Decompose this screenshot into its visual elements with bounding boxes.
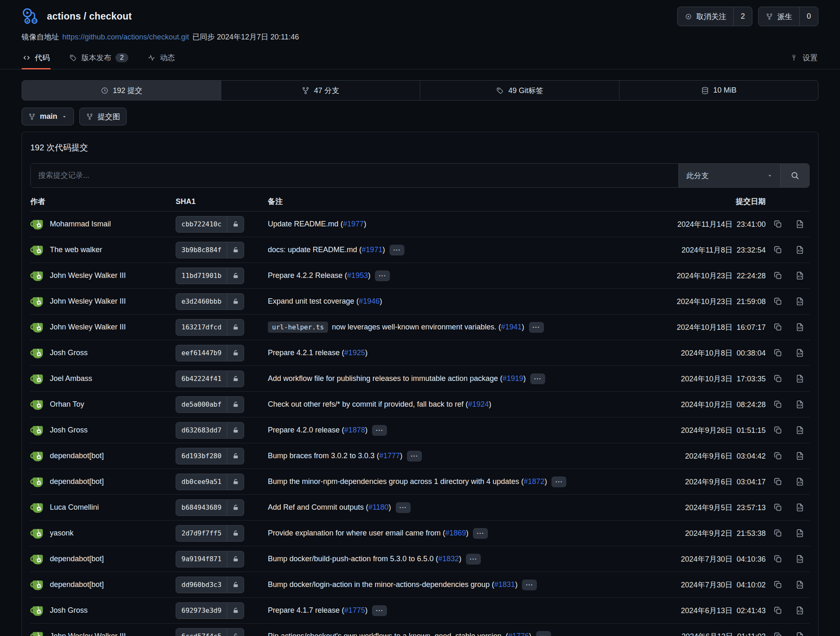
pr-link[interactable]: #1925 xyxy=(344,349,365,357)
avatar-teacup[interactable] xyxy=(30,243,44,257)
copy-sha-button[interactable] xyxy=(773,219,783,229)
ellipsis-button[interactable]: ··· xyxy=(522,580,537,590)
ellipsis-button[interactable]: ··· xyxy=(372,605,387,616)
avatar-teacup[interactable] xyxy=(30,578,44,592)
author-name[interactable]: dependabot[bot] xyxy=(50,452,104,460)
browse-source-button[interactable] xyxy=(795,271,805,280)
author-name[interactable]: dependabot[bot] xyxy=(50,555,104,563)
browse-source-button[interactable] xyxy=(795,606,805,615)
mirror-url-link[interactable]: https://github.com/actions/checkout.git xyxy=(62,33,189,42)
ellipsis-button[interactable]: ··· xyxy=(551,476,566,487)
avatar-teacup[interactable] xyxy=(30,552,44,566)
avatar-teacup[interactable] xyxy=(30,346,44,360)
pr-link[interactable]: #1777 xyxy=(379,452,400,460)
author-name[interactable]: dependabot[bot] xyxy=(50,580,104,589)
pr-link[interactable]: #1946 xyxy=(359,297,380,306)
author-name[interactable]: Mohammad Ismail xyxy=(50,220,111,228)
browse-source-button[interactable] xyxy=(795,477,805,486)
pr-link[interactable]: #1180 xyxy=(368,503,389,512)
sha-badge[interactable]: 6ccd57f4c5 xyxy=(176,628,244,636)
ellipsis-button[interactable]: ··· xyxy=(466,554,481,565)
avatar-teacup[interactable] xyxy=(30,501,44,515)
copy-sha-button[interactable] xyxy=(773,606,783,615)
stat-commits[interactable]: 192 提交 xyxy=(22,81,221,100)
avatar-teacup[interactable] xyxy=(30,269,44,283)
sha-badge[interactable]: db0cee9a51 xyxy=(176,474,244,490)
avatar-teacup[interactable] xyxy=(30,526,44,540)
sha-badge[interactable]: de5a000abf xyxy=(176,396,244,413)
stat-branches[interactable]: 47 分支 xyxy=(221,81,420,100)
pr-link[interactable]: #1953 xyxy=(347,271,368,280)
author-name[interactable]: dependabot[bot] xyxy=(50,477,104,486)
avatar-teacup[interactable] xyxy=(30,449,44,463)
pr-link[interactable]: #1971 xyxy=(362,246,382,254)
watch-count[interactable]: 2 xyxy=(733,7,752,26)
fork-count[interactable]: 0 xyxy=(799,7,818,26)
avatar-teacup[interactable] xyxy=(30,604,44,618)
ellipsis-button[interactable]: ··· xyxy=(389,245,404,255)
tab-releases[interactable]: 版本发布 2 xyxy=(68,48,129,69)
browse-source-button[interactable] xyxy=(795,451,805,461)
sha-badge[interactable]: b684943689 xyxy=(176,499,244,516)
sha-badge[interactable]: 9a9194f871 xyxy=(176,551,244,567)
pr-link[interactable]: #1831 xyxy=(494,580,515,589)
ellipsis-button[interactable]: ··· xyxy=(407,451,422,462)
stat-size[interactable]: 10 MiB xyxy=(619,81,818,100)
browse-source-button[interactable] xyxy=(795,554,805,564)
ellipsis-button[interactable]: ··· xyxy=(530,373,545,384)
browse-source-button[interactable] xyxy=(795,348,805,358)
browse-source-button[interactable] xyxy=(795,631,805,636)
sha-badge[interactable]: e3d2460bbb xyxy=(176,293,244,310)
browse-source-button[interactable] xyxy=(795,245,805,255)
pr-link[interactable]: #1775 xyxy=(344,606,365,615)
copy-sha-button[interactable] xyxy=(773,297,783,306)
author-name[interactable]: Josh Gross xyxy=(50,426,88,435)
sha-badge[interactable]: 6b42224f41 xyxy=(176,371,244,387)
branch-selector[interactable]: main xyxy=(22,108,74,125)
pr-link[interactable]: #1878 xyxy=(344,426,365,435)
search-button[interactable] xyxy=(780,164,809,187)
commit-graph-button[interactable]: 提交图 xyxy=(79,108,127,125)
author-name[interactable]: yasonk xyxy=(50,529,73,538)
sha-badge[interactable]: 6d193bf280 xyxy=(176,448,244,464)
author-name[interactable]: John Wesley Walker III xyxy=(50,271,126,280)
ellipsis-button[interactable]: ··· xyxy=(529,322,544,333)
browse-source-button[interactable] xyxy=(795,528,805,538)
copy-sha-button[interactable] xyxy=(773,374,783,383)
ellipsis-button[interactable]: ··· xyxy=(396,502,411,513)
ellipsis-button[interactable]: ··· xyxy=(536,631,551,636)
browse-source-button[interactable] xyxy=(795,400,805,409)
copy-sha-button[interactable] xyxy=(773,580,783,589)
copy-sha-button[interactable] xyxy=(773,348,783,358)
browse-source-button[interactable] xyxy=(795,503,805,512)
author-name[interactable]: Luca Comellini xyxy=(50,503,99,512)
pr-link[interactable]: #1941 xyxy=(501,323,522,332)
sha-badge[interactable]: dd960bd3c3 xyxy=(176,577,244,593)
ellipsis-button[interactable]: ··· xyxy=(473,528,488,539)
sha-badge[interactable]: d632683dd7 xyxy=(176,422,244,439)
sha-badge[interactable]: eef61447b9 xyxy=(176,345,244,361)
tab-code[interactable]: 代码 xyxy=(22,48,51,69)
avatar-teacup[interactable] xyxy=(30,629,44,636)
author-name[interactable]: The web walker xyxy=(50,246,102,254)
author-name[interactable]: Josh Gross xyxy=(50,606,88,615)
copy-sha-button[interactable] xyxy=(773,631,783,636)
browse-source-button[interactable] xyxy=(795,297,805,306)
tab-activity[interactable]: 动态 xyxy=(147,48,176,69)
copy-sha-button[interactable] xyxy=(773,271,783,280)
author-name[interactable]: Orhan Toy xyxy=(50,400,84,409)
author-name[interactable]: John Wesley Walker III xyxy=(50,297,126,306)
copy-sha-button[interactable] xyxy=(773,554,783,564)
browse-source-button[interactable] xyxy=(795,219,805,229)
sha-badge[interactable]: 2d7d9f7ff5 xyxy=(176,525,244,542)
search-input[interactable] xyxy=(31,164,678,187)
author-name[interactable]: Joel Ambass xyxy=(50,374,92,383)
branch-filter-dropdown[interactable]: 此分支 xyxy=(678,164,780,187)
pr-link[interactable]: #1832 xyxy=(438,555,459,563)
copy-sha-button[interactable] xyxy=(773,425,783,435)
stat-tags[interactable]: 49 Git标签 xyxy=(420,81,619,100)
copy-sha-button[interactable] xyxy=(773,400,783,409)
browse-source-button[interactable] xyxy=(795,374,805,383)
sha-badge[interactable]: 692973e3d9 xyxy=(176,602,244,619)
pr-link[interactable]: #1872 xyxy=(524,477,544,486)
